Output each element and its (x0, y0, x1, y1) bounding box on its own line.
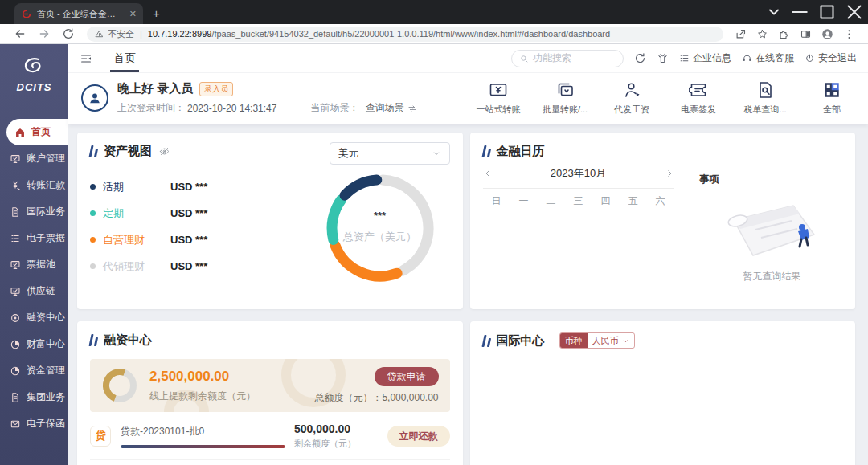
quick-action-1[interactable]: 一站式转账 (475, 80, 522, 116)
intl-card-title: 国际中心 (497, 333, 545, 349)
home-icon (14, 127, 26, 138)
currency-select[interactable]: 美元 (330, 142, 450, 165)
safe-exit-button[interactable]: 安全退出 (805, 51, 857, 65)
window-maximize-button[interactable] (813, 0, 841, 24)
card-title-bars-icon (483, 145, 490, 157)
quick-action-label: 税单查询... (743, 104, 786, 116)
browser-tab[interactable]: 首页 - 企业综合金融服务平台 ✕ (14, 3, 143, 24)
profile-avatar-icon[interactable] (821, 28, 833, 40)
bookmark-star-icon[interactable] (756, 28, 768, 40)
sidebar-item-4[interactable]: 国际业务 (0, 198, 68, 225)
sidebar-nav: 首页账户管理转账汇款国际业务电子票据票据池供应链融资中心财富中心资金管理集团业务… (0, 119, 68, 437)
calendar-divider (686, 171, 686, 296)
legend-value: USD *** (170, 234, 207, 246)
quick-action-label: 批量转账/... (542, 104, 588, 116)
window-minimize-button[interactable] (786, 0, 813, 24)
security-label: 不安全 (108, 28, 134, 40)
refresh-icon[interactable] (634, 52, 646, 64)
online-service-label: 在线客服 (755, 51, 794, 65)
credit-banner: 2,500,000.00 线上提款剩余额度（元） 贷款申请 总额度（元）：5,0… (90, 359, 450, 412)
url-host: 10.7.19.22:8999 (148, 29, 212, 39)
financing-center-card: 融资中心 2,500,000.00 线上提款剩余额度（元） (77, 321, 463, 465)
browser-menu-icon[interactable] (843, 28, 855, 40)
sidebar-item-7[interactable]: 供应链 (0, 278, 68, 304)
sidebar-item-8[interactable]: 融资中心 (0, 304, 68, 331)
repay-now-button[interactable]: 立即还款 (387, 426, 450, 447)
reload-icon[interactable] (62, 27, 75, 40)
legend-dot (90, 263, 96, 269)
theme-skin-icon[interactable] (657, 52, 669, 64)
window-chevron-icon[interactable] (762, 0, 786, 24)
mail-icon (10, 418, 21, 430)
new-tab-button[interactable]: + (153, 6, 160, 20)
sidebar-item-label: 转账汇款 (27, 178, 65, 192)
weekday-header: 三 (565, 192, 592, 210)
doc-icon (10, 206, 21, 218)
extensions-puzzle-icon[interactable] (778, 28, 790, 40)
calendar-next-icon[interactable] (665, 169, 674, 178)
search-input[interactable]: 功能搜索 (511, 50, 624, 67)
collapse-menu-icon[interactable] (80, 52, 92, 65)
pie-icon (10, 339, 21, 350)
search-placeholder: 功能搜索 (533, 51, 571, 65)
quick-action-label: 电票签发 (681, 104, 716, 116)
main: 首页 功能搜索 企业信息 (68, 44, 868, 465)
enterprise-info-button[interactable]: 企业信息 (679, 51, 731, 65)
quick-action-3[interactable]: 代发工资 (608, 80, 655, 116)
url-path: /fpaas_bucket/94154032_default/h5/220000… (211, 29, 610, 39)
sidebar-item-2[interactable]: 账户管理 (0, 145, 68, 172)
avatar (81, 84, 108, 112)
quick-action-2[interactable]: 批量转账/... (542, 80, 588, 116)
sidebar-item-10[interactable]: 资金管理 (0, 357, 68, 384)
forward-icon[interactable] (38, 27, 51, 40)
donut-center: *** 总资产（美元） (320, 210, 440, 244)
dashboard-content: 资产视图 美元 活期USD ***定期USD ***自营理财USD ***代销理… (68, 124, 868, 465)
calendar: 2023年10月 日一二三四五六 (483, 165, 674, 210)
calendar-card-title: 金融日历 (497, 144, 545, 159)
asset-card-title: 资产视图 (104, 144, 152, 159)
url-bar[interactable]: 不安全 | 10.7.19.22:8999/fpaas_bucket/94154… (87, 27, 723, 42)
back-icon[interactable] (14, 27, 27, 40)
eye-off-icon[interactable] (158, 145, 170, 157)
currency-type-select[interactable]: 币种 人民币 (559, 332, 635, 349)
loan-apply-button[interactable]: 贷款申请 (375, 367, 439, 386)
logo-text: DCITS (0, 81, 68, 93)
share-icon[interactable] (735, 28, 747, 40)
role-badge: 录入员 (199, 82, 233, 96)
header-actions: 功能搜索 企业信息 在线客服 (511, 50, 857, 67)
online-service-button[interactable]: 在线客服 (742, 51, 794, 65)
logo: DCITS (0, 44, 68, 101)
sidebar-item-label: 集团业务 (27, 390, 65, 404)
sidebar-item-6[interactable]: 票据池 (0, 251, 68, 278)
sidebar-item-1[interactable]: 首页 (6, 119, 68, 145)
weekday-header: 六 (647, 192, 674, 210)
sidebar-item-label: 融资中心 (27, 311, 65, 324)
sidebar-item-3[interactable]: 转账汇款 (0, 172, 68, 198)
split-screen-icon[interactable] (800, 28, 812, 40)
tab-close-icon[interactable]: ✕ (129, 9, 137, 19)
sidebar-item-11[interactable]: 集团业务 (0, 384, 68, 410)
tab-home[interactable]: 首页 (113, 44, 136, 72)
scene-switch[interactable]: 当前场景： 查询场景 (310, 101, 417, 115)
loan-badge: 贷 (90, 426, 111, 447)
quick-action-label: 一站式转账 (477, 104, 521, 116)
target-icon (10, 312, 21, 324)
quick-action-5[interactable]: 税单查询... (742, 80, 788, 116)
quick-action-6[interactable]: 全部 (809, 80, 855, 116)
scene-value: 查询场景 (365, 101, 403, 115)
sidebar-item-12[interactable]: 电子保函 (0, 410, 68, 437)
window-close-button[interactable] (841, 0, 868, 24)
cards-icon (555, 80, 575, 100)
currency-type-value: 人民币 (592, 335, 619, 347)
legend-dot (90, 184, 96, 190)
asset-donut-chart: *** 总资产（美元） (320, 168, 440, 288)
quick-action-4[interactable]: 电票签发 (675, 80, 722, 116)
card-title-bars-icon (90, 145, 97, 157)
donut-center-label: 总资产（美元） (320, 230, 440, 244)
sidebar-item-label: 资金管理 (27, 364, 65, 377)
calendar-prev-icon[interactable] (483, 169, 493, 178)
currency-type-tag: 币种 (560, 333, 588, 348)
monitor-icon (10, 259, 21, 271)
sidebar-item-9[interactable]: 财富中心 (0, 331, 68, 357)
sidebar-item-5[interactable]: 电子票据 (0, 225, 68, 251)
